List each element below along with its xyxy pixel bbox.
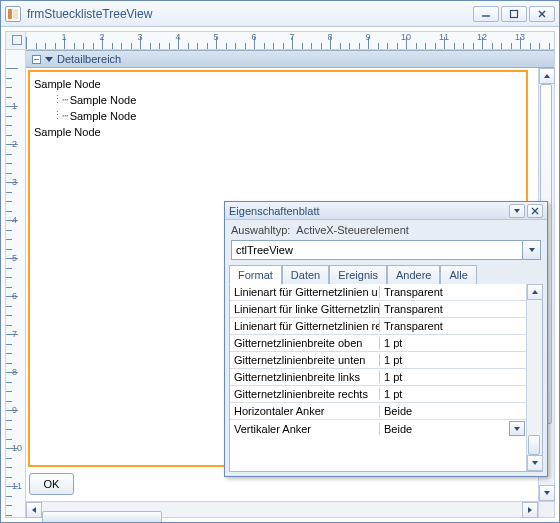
- property-name: Gitternetzlinienbreite unten: [230, 354, 380, 366]
- tree-node-label: Sample Node: [34, 76, 101, 92]
- property-sheet-titlebar[interactable]: Eigenschaftenblatt: [225, 202, 547, 220]
- section-title: Detailbereich: [57, 53, 121, 65]
- property-tabs: FormatDatenEreignisAndereAlle: [225, 264, 547, 284]
- section-selector-icon: [32, 55, 41, 64]
- app-window: frmStuecklisteTreeView 12345678910111213…: [0, 0, 560, 523]
- chevron-down-icon: [529, 248, 535, 252]
- arrow-up-icon: [544, 74, 550, 78]
- tab-andere[interactable]: Andere: [387, 265, 440, 285]
- property-row[interactable]: Linienart für linke Gitternetzlin Transp…: [230, 301, 526, 318]
- ok-button[interactable]: OK: [29, 473, 74, 495]
- object-selector-value: ctlTreeView: [232, 244, 522, 256]
- property-row[interactable]: Linienart für Gitternetzlinien u Transpa…: [230, 284, 526, 301]
- property-sheet-subtype: Auswahltyp: ActiveX-Steuerelement: [225, 220, 547, 238]
- tree-node[interactable]: Sample Node: [34, 124, 522, 140]
- prop-scroll-thumb[interactable]: [528, 435, 540, 455]
- treeview-content: Sample Node⋮⋯Sample Node⋮⋯Sample NodeSam…: [30, 72, 526, 144]
- property-sheet-close-button[interactable]: [527, 204, 543, 218]
- property-name: Gitternetzlinienbreite rechts: [230, 388, 380, 400]
- subtype-label: Auswahltyp:: [231, 224, 290, 236]
- tab-format[interactable]: Format: [229, 265, 282, 285]
- property-name: Linienart für Gitternetzlinien u: [230, 286, 380, 298]
- ruler-corner[interactable]: [6, 32, 26, 50]
- chevron-down-icon: [45, 57, 53, 62]
- property-sheet-title: Eigenschaftenblatt: [229, 205, 507, 217]
- close-button[interactable]: [529, 6, 555, 22]
- scroll-right-button[interactable]: [522, 502, 538, 518]
- property-row[interactable]: Gitternetzlinienbreite unten 1 pt: [230, 352, 526, 369]
- tree-connector-icon: ⋮⋯: [52, 92, 68, 108]
- property-value[interactable]: Transparent: [380, 286, 526, 298]
- property-row[interactable]: Gitternetzlinienbreite oben 1 pt: [230, 335, 526, 352]
- arrow-right-icon: [528, 507, 532, 513]
- tree-node[interactable]: ⋮⋯Sample Node: [34, 108, 522, 124]
- property-grid[interactable]: Linienart für Gitternetzlinien u Transpa…: [230, 284, 526, 471]
- hscroll-thumb[interactable]: [42, 511, 162, 523]
- object-selector-dropdown-button[interactable]: [522, 241, 540, 259]
- property-sheet-dropdown-button[interactable]: [509, 204, 525, 218]
- prop-scroll-down-button[interactable]: [527, 455, 543, 471]
- arrow-up-icon: [532, 290, 538, 294]
- property-value[interactable]: Beide: [380, 421, 526, 436]
- object-selector-combo[interactable]: ctlTreeView: [231, 240, 541, 260]
- property-value[interactable]: 1 pt: [380, 371, 526, 383]
- prop-scroll-up-button[interactable]: [527, 284, 543, 300]
- horizontal-ruler[interactable]: 12345678910111213: [26, 32, 554, 50]
- property-row[interactable]: Linienart für Gitternetzlinien re Transp…: [230, 318, 526, 335]
- tree-node-label: Sample Node: [34, 124, 101, 140]
- vertical-ruler[interactable]: 1234567891011: [6, 50, 26, 517]
- property-name: Linienart für linke Gitternetzlin: [230, 303, 380, 315]
- arrow-left-icon: [32, 507, 36, 513]
- property-name: Gitternetzlinienbreite oben: [230, 337, 380, 349]
- chevron-down-icon: [514, 209, 520, 213]
- arrow-down-icon: [544, 491, 550, 495]
- property-value[interactable]: Beide: [380, 405, 526, 417]
- property-value-dropdown-button[interactable]: [509, 421, 525, 436]
- property-row[interactable]: Gitternetzlinienbreite rechts 1 pt: [230, 386, 526, 403]
- tree-node-label: Sample Node: [70, 108, 137, 124]
- property-name: Linienart für Gitternetzlinien re: [230, 320, 380, 332]
- property-sheet[interactable]: Eigenschaftenblatt Auswahltyp: ActiveX-S…: [224, 201, 548, 477]
- property-value[interactable]: 1 pt: [380, 354, 526, 366]
- property-row[interactable]: Gitternetzlinienbreite links 1 pt: [230, 369, 526, 386]
- window-title: frmStuecklisteTreeView: [27, 7, 473, 21]
- property-value[interactable]: Transparent: [380, 320, 526, 332]
- minimize-button[interactable]: [473, 6, 499, 22]
- property-value[interactable]: 1 pt: [380, 337, 526, 349]
- horizontal-scrollbar[interactable]: [26, 501, 538, 517]
- subtype-value: ActiveX-Steuerelement: [296, 224, 409, 236]
- scroll-down-button[interactable]: [539, 485, 555, 501]
- scroll-corner: [538, 501, 554, 517]
- chevron-down-icon: [514, 427, 520, 431]
- tree-node[interactable]: Sample Node: [34, 76, 522, 92]
- arrow-down-icon: [532, 461, 538, 465]
- svg-rect-1: [511, 10, 518, 17]
- property-row[interactable]: Horizontaler Anker Beide: [230, 403, 526, 420]
- property-grid-scrollbar[interactable]: [526, 284, 542, 471]
- tree-connector-icon: ⋮⋯: [52, 108, 68, 124]
- property-name: Gitternetzlinienbreite links: [230, 371, 380, 383]
- tree-node-label: Sample Node: [70, 92, 137, 108]
- scroll-up-button[interactable]: [539, 68, 555, 84]
- form-icon: [5, 6, 21, 22]
- maximize-button[interactable]: [501, 6, 527, 22]
- property-value[interactable]: Transparent: [380, 303, 526, 315]
- prop-scroll-track[interactable]: [527, 300, 542, 455]
- tree-node[interactable]: ⋮⋯Sample Node: [34, 92, 522, 108]
- tab-ereignis[interactable]: Ereignis: [329, 265, 387, 285]
- tab-daten[interactable]: Daten: [282, 265, 329, 285]
- property-row[interactable]: Vertikaler Anker Beide: [230, 420, 526, 437]
- scroll-left-button[interactable]: [26, 502, 42, 518]
- property-value[interactable]: 1 pt: [380, 388, 526, 400]
- property-name: Vertikaler Anker: [230, 423, 380, 435]
- titlebar[interactable]: frmStuecklisteTreeView: [1, 1, 559, 27]
- property-name: Horizontaler Anker: [230, 405, 380, 417]
- tab-alle[interactable]: Alle: [440, 265, 476, 285]
- section-header-detail[interactable]: Detailbereich: [26, 50, 554, 68]
